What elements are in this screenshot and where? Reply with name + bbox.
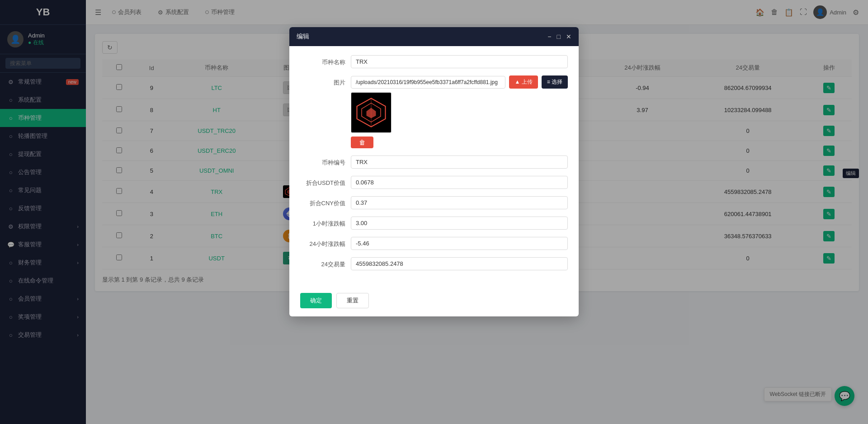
confirm-button[interactable]: 确定 — [300, 293, 332, 308]
delete-image-button[interactable]: 🗑 — [351, 137, 373, 148]
upload-button[interactable]: ▲ 上传 — [509, 75, 538, 89]
coin-code-input[interactable] — [351, 155, 568, 169]
modal-body: 币种名称 图片 ▲ 上传 ≡ 选择 — [289, 46, 579, 287]
form-row-coin-name: 币种名称 — [300, 55, 568, 68]
image-upload-row: ▲ 上传 ≡ 选择 — [351, 75, 568, 89]
usdt-input[interactable] — [351, 176, 568, 189]
modal-header-actions: − □ ✕ — [547, 33, 571, 40]
reset-button[interactable]: 重置 — [336, 293, 369, 308]
coin-code-label: 币种编号 — [300, 155, 345, 167]
trx-preview-icon — [355, 97, 387, 128]
trash-icon-small: 🗑 — [359, 139, 365, 146]
form-row-coin-code: 币种编号 — [300, 155, 568, 169]
h1-label: 1小时涨跌幅 — [300, 217, 345, 228]
form-row-cny: 折合CNY价值 — [300, 196, 568, 209]
modal-overlay: 编辑 − □ ✕ 币种名称 图片 ▲ 上传 — [0, 0, 868, 424]
form-row-usdt: 折合USDT价值 — [300, 176, 568, 189]
cny-input[interactable] — [351, 196, 568, 209]
form-row-h1: 1小时涨跌幅 — [300, 217, 568, 230]
modal-maximize-icon[interactable]: □ — [557, 33, 561, 40]
coin-name-label: 币种名称 — [300, 55, 345, 66]
form-row-h24: 24小时涨跌幅 — [300, 237, 568, 250]
cny-label: 折合CNY价值 — [300, 196, 345, 207]
image-path-input[interactable] — [351, 76, 505, 89]
coin-name-input[interactable] — [351, 55, 568, 68]
h1-input[interactable] — [351, 217, 568, 230]
form-row-vol: 24交易量 — [300, 257, 568, 270]
modal-header: 编辑 − □ ✕ — [289, 27, 579, 46]
image-label: 图片 — [300, 75, 345, 87]
h24-label: 24小时涨跌幅 — [300, 237, 345, 248]
vol-input[interactable] — [351, 257, 568, 270]
modal-title: 编辑 — [297, 33, 547, 41]
modal-minimize-icon[interactable]: − — [547, 33, 551, 40]
modal-close-icon[interactable]: ✕ — [566, 33, 571, 40]
modal-footer: 确定 重置 — [289, 287, 579, 316]
usdt-label: 折合USDT价值 — [300, 176, 345, 187]
edit-modal: 编辑 − □ ✕ 币种名称 图片 ▲ 上传 — [289, 27, 579, 316]
image-preview — [351, 92, 392, 133]
form-row-image: 图片 ▲ 上传 ≡ 选择 — [300, 75, 568, 148]
vol-label: 24交易量 — [300, 257, 345, 269]
select-button[interactable]: ≡ 选择 — [542, 75, 568, 89]
h24-input[interactable] — [351, 237, 568, 250]
